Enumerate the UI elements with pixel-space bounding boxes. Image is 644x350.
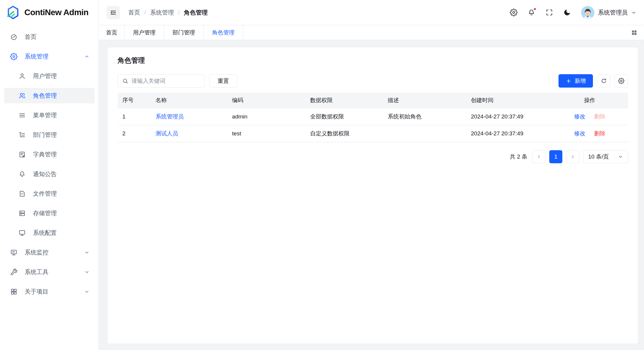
reset-button[interactable]: 重置	[209, 74, 237, 88]
cell-index: 2	[118, 125, 151, 142]
page-title: 角色管理	[118, 56, 628, 65]
avatar	[581, 6, 594, 19]
cell-scope: 自定义数据权限	[306, 125, 383, 142]
role-name-link[interactable]: 测试人员	[156, 130, 178, 137]
sidebar-item-storage-management[interactable]: 存储管理	[4, 205, 94, 221]
sidebar-item-home[interactable]: 首页	[4, 29, 94, 45]
app-logo[interactable]: ContiNew Admin	[0, 0, 99, 25]
breadcrumb-separator: /	[144, 9, 146, 16]
add-button-label: 新增	[575, 77, 586, 85]
cell-scope: 全部数据权限	[306, 108, 383, 125]
sidebar-item-label: 文件管理	[33, 190, 90, 198]
tab-user-management[interactable]: 用户管理	[125, 25, 164, 40]
table-row: 1 系统管理员 admin 全部数据权限 系统初始角色 2024-04-27 2…	[118, 108, 628, 125]
gear-icon	[618, 78, 624, 84]
chevron-down-icon	[84, 289, 90, 294]
sidebar-item-label: 系统管理	[25, 53, 84, 61]
sidebar-item-label: 存储管理	[33, 209, 90, 217]
gear-icon	[510, 9, 518, 16]
edit-link[interactable]: 修改	[574, 130, 585, 137]
app-root: ContiNew Admin 首页 系统管理	[0, 0, 644, 350]
sidebar-item-role-management[interactable]: 角色管理	[4, 88, 94, 103]
dashboard-icon	[10, 33, 18, 41]
sidebar-item-user-management[interactable]: 用户管理	[4, 68, 94, 84]
search-icon	[122, 78, 129, 84]
dark-mode-button[interactable]	[563, 9, 571, 16]
tab-department-management[interactable]: 部门管理	[164, 25, 204, 40]
user-menu[interactable]: 系统管理员	[581, 6, 636, 19]
sidebar-item-system-monitor[interactable]: 系统监控	[4, 245, 94, 260]
delete-link[interactable]: 删除	[594, 130, 605, 137]
breadcrumb-separator: /	[178, 9, 180, 16]
column-header-scope: 数据权限	[306, 93, 383, 108]
grid-filled-icon	[631, 29, 637, 36]
chevron-up-icon	[84, 54, 90, 59]
notification-button[interactable]	[528, 9, 535, 16]
sidebar-item-label: 首页	[25, 33, 90, 41]
sidebar-item-label: 系统配置	[33, 229, 90, 237]
column-header-operations: 操作	[551, 93, 628, 108]
search-input[interactable]	[132, 78, 204, 84]
tab-role-management[interactable]: 角色管理	[204, 25, 243, 40]
sidebar-item-system-config[interactable]: 系统配置	[4, 225, 94, 240]
top-bar: 首页 / 系统管理 / 角色管理	[99, 0, 644, 25]
table-settings-button[interactable]	[615, 74, 628, 88]
sidebar-item-file-management[interactable]: 文件管理	[4, 186, 94, 201]
sidebar-item-label: 菜单管理	[33, 111, 90, 119]
page-size-select[interactable]: 10 条/页	[583, 150, 628, 163]
sidebar-item-department-management[interactable]: 部门管理	[4, 127, 94, 142]
chevron-down-icon	[631, 10, 636, 15]
prev-page-button[interactable]	[532, 150, 545, 163]
column-header-code: 编码	[227, 93, 306, 108]
user-group-icon	[18, 92, 26, 99]
edit-link[interactable]: 修改	[574, 113, 585, 120]
tab-label: 用户管理	[133, 29, 156, 37]
tabbar-right	[631, 25, 644, 40]
role-management-card: 角色管理 重置 新增	[108, 47, 638, 343]
sidebar: ContiNew Admin 首页 系统管理	[0, 0, 99, 350]
breadcrumb-item-home[interactable]: 首页	[128, 9, 140, 17]
breadcrumb: 首页 / 系统管理 / 角色管理	[128, 9, 208, 17]
cell-description	[383, 125, 466, 142]
tab-home[interactable]: 首页	[99, 25, 125, 40]
sidebar-item-system-management[interactable]: 系统管理	[4, 49, 94, 64]
fullscreen-button[interactable]	[545, 9, 553, 16]
sidebar-item-menu-management[interactable]: 菜单管理	[4, 107, 94, 123]
app-title: ContiNew Admin	[24, 8, 88, 17]
sidebar-item-label: 部门管理	[33, 131, 90, 139]
toolbar: 重置 新增	[118, 74, 628, 88]
column-header-index: 序号	[118, 93, 151, 108]
storage-icon	[18, 210, 26, 217]
gear-icon	[10, 53, 18, 60]
next-page-button[interactable]	[566, 150, 579, 163]
cell-index: 1	[118, 108, 151, 125]
sidebar-item-label: 通知公告	[33, 170, 90, 178]
breadcrumb-item-system-management[interactable]: 系统管理	[150, 9, 174, 17]
wrench-icon	[10, 268, 18, 276]
role-name-link[interactable]: 系统管理员	[156, 113, 184, 120]
tab-actions-button[interactable]	[631, 29, 637, 36]
page-number-button[interactable]: 1	[549, 150, 562, 163]
refresh-button[interactable]	[597, 74, 610, 88]
logo-hexagon-icon	[6, 5, 20, 20]
user-name: 系统管理员	[598, 9, 628, 17]
monitor-icon	[18, 229, 26, 237]
sidebar-item-system-tools[interactable]: 系统工具	[4, 264, 94, 280]
search-box	[118, 74, 205, 88]
add-button[interactable]: 新增	[558, 74, 593, 88]
table-row: 2 测试人员 test 自定义数据权限 2024-04-27 20:37:49 …	[118, 125, 628, 142]
sidebar-item-notice[interactable]: 通知公告	[4, 166, 94, 182]
breadcrumb-item-current: 角色管理	[184, 9, 208, 17]
sidebar-item-about-project[interactable]: 关于项目	[4, 284, 94, 299]
sidebar-item-dictionary-management[interactable]: 字典管理	[4, 147, 94, 162]
toolbar-right: 新增	[558, 74, 628, 88]
sidebar-collapse-button[interactable]	[107, 6, 120, 19]
menu-fold-icon	[110, 9, 117, 16]
book-icon	[18, 151, 26, 158]
grid-icon	[10, 288, 18, 295]
chevron-left-icon	[537, 154, 541, 159]
settings-button[interactable]	[510, 9, 518, 16]
main-area: 首页 / 系统管理 / 角色管理	[99, 0, 644, 350]
cell-description: 系统初始角色	[383, 108, 466, 125]
delete-link-disabled: 删除	[594, 113, 605, 120]
